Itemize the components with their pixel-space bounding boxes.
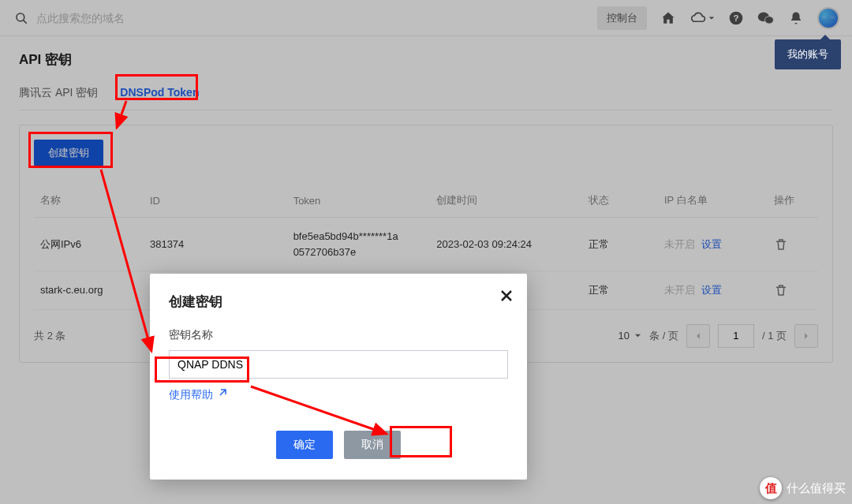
confirm-button[interactable]: 确定 <box>276 431 333 459</box>
watermark-text: 什么值得买 <box>787 481 846 496</box>
watermark: 值 什么值得买 <box>760 477 846 499</box>
modal-title: 创建密钥 <box>169 293 508 311</box>
avatar-tooltip: 我的账号 <box>775 39 841 69</box>
cancel-button[interactable]: 取消 <box>344 431 401 459</box>
field-label: 密钥名称 <box>169 328 508 342</box>
watermark-badge: 值 <box>760 477 782 499</box>
create-key-modal: 创建密钥 密钥名称 使用帮助 确定 取消 <box>150 274 527 480</box>
key-name-input[interactable] <box>169 350 508 379</box>
help-link[interactable]: 使用帮助 <box>169 388 227 402</box>
close-icon[interactable] <box>500 289 513 302</box>
